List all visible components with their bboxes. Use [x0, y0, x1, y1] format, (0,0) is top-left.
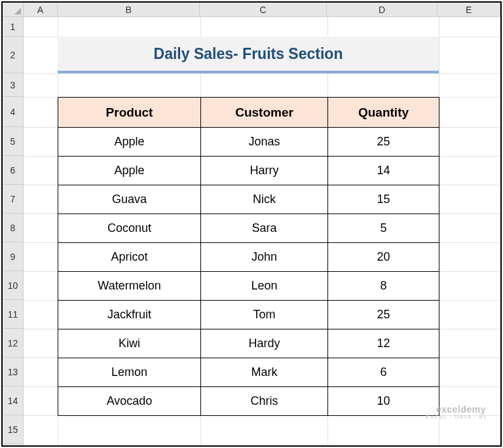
table-cell[interactable]: Apricot: [58, 243, 201, 272]
row-header-2[interactable]: 2: [3, 37, 23, 73]
table-row: KiwiHardy12: [58, 329, 439, 358]
row-header-14[interactable]: 14: [3, 386, 23, 415]
column-header-B[interactable]: B: [58, 3, 200, 16]
row-header-7[interactable]: 7: [3, 185, 23, 214]
table-cell[interactable]: 25: [328, 128, 439, 157]
table-header-cell[interactable]: Customer: [201, 98, 328, 128]
row-header-12[interactable]: 12: [3, 329, 23, 358]
table-cell[interactable]: Hardy: [201, 329, 328, 358]
table-cell[interactable]: Sara: [201, 214, 328, 243]
table-row: GuavaNick15: [58, 185, 439, 214]
table-header-row: ProductCustomerQuantity: [58, 98, 439, 128]
table-cell[interactable]: Avocado: [58, 387, 201, 416]
column-header-C[interactable]: C: [200, 3, 326, 16]
table-cell[interactable]: Apple: [58, 128, 201, 157]
table-cell[interactable]: 20: [328, 243, 439, 272]
gridline-horizontal: [24, 444, 500, 445]
table-row: CoconutSara5: [58, 214, 439, 243]
table-row: JackfruitTom25: [58, 301, 439, 329]
table-cell[interactable]: 8: [328, 272, 439, 301]
column-header-D[interactable]: D: [327, 3, 438, 16]
table-row: AvocadoChris10: [58, 387, 439, 416]
row-header-10[interactable]: 10: [3, 271, 23, 300]
table-cell[interactable]: 14: [328, 157, 439, 185]
table-cell[interactable]: 12: [328, 329, 439, 358]
title-cell[interactable]: Daily Sales- Fruits Section: [58, 37, 439, 73]
table-cell[interactable]: John: [201, 243, 328, 272]
title-text: Daily Sales- Fruits Section: [154, 45, 343, 63]
table-cell[interactable]: Chris: [201, 387, 328, 416]
row-header-5[interactable]: 5: [3, 127, 23, 156]
gridline-horizontal: [24, 73, 500, 74]
row-header-9[interactable]: 9: [3, 242, 23, 271]
table-cell[interactable]: Coconut: [58, 214, 201, 243]
watermark-sub: EXCEL · DATA · BI: [426, 415, 486, 420]
row-header-4[interactable]: 4: [3, 97, 23, 127]
table-cell[interactable]: Leon: [201, 272, 328, 301]
table-row: AppleHarry14: [58, 157, 439, 185]
column-header-E[interactable]: E: [438, 3, 500, 16]
table-cell[interactable]: Jonas: [201, 128, 328, 157]
row-header-3[interactable]: 3: [3, 73, 23, 97]
table-cell[interactable]: Kiwi: [58, 329, 201, 358]
table-cell[interactable]: Watermelon: [58, 272, 201, 301]
table-row: AppleJonas25: [58, 128, 439, 157]
row-headers: 123456789101112131415: [3, 17, 24, 445]
column-header-A[interactable]: A: [24, 3, 58, 16]
table-cell[interactable]: 10: [328, 387, 439, 416]
row-header-6[interactable]: 6: [3, 156, 23, 185]
table-cell[interactable]: 15: [328, 185, 439, 214]
table-row: WatermelonLeon8: [58, 272, 439, 301]
table-cell[interactable]: 6: [328, 358, 439, 387]
table-cell[interactable]: Jackfruit: [58, 301, 201, 329]
table-cell[interactable]: Lemon: [58, 358, 201, 387]
table-header-cell[interactable]: Product: [58, 98, 201, 128]
table-cell[interactable]: Nick: [201, 185, 328, 214]
table-cell[interactable]: 25: [328, 301, 439, 329]
data-table: ProductCustomerQuantityAppleJonas25Apple…: [58, 97, 439, 416]
column-headers: ABCDE: [24, 3, 500, 17]
table-row: LemonMark6: [58, 358, 439, 387]
table-header-cell[interactable]: Quantity: [328, 98, 439, 128]
row-header-8[interactable]: 8: [3, 214, 23, 242]
gridline-vertical: [502, 17, 502, 445]
row-header-1[interactable]: 1: [3, 17, 23, 37]
watermark: exceldemy EXCEL · DATA · BI: [426, 405, 486, 420]
row-header-13[interactable]: 13: [3, 358, 23, 386]
spreadsheet-frame: ABCDE 123456789101112131415 Daily Sales-…: [1, 1, 502, 447]
table-cell[interactable]: Harry: [201, 157, 328, 185]
select-all-button[interactable]: [3, 3, 24, 17]
table-cell[interactable]: Tom: [201, 301, 328, 329]
cell-grid[interactable]: Daily Sales- Fruits Section ProductCusto…: [24, 17, 500, 445]
table-cell[interactable]: Apple: [58, 157, 201, 185]
table-cell[interactable]: Mark: [201, 358, 328, 387]
row-header-15[interactable]: 15: [3, 415, 23, 444]
row-header-11[interactable]: 11: [3, 300, 23, 329]
table-cell[interactable]: 5: [328, 214, 439, 243]
table-cell[interactable]: Guava: [58, 185, 201, 214]
table-row: ApricotJohn20: [58, 243, 439, 272]
watermark-main: exceldemy: [426, 405, 486, 415]
